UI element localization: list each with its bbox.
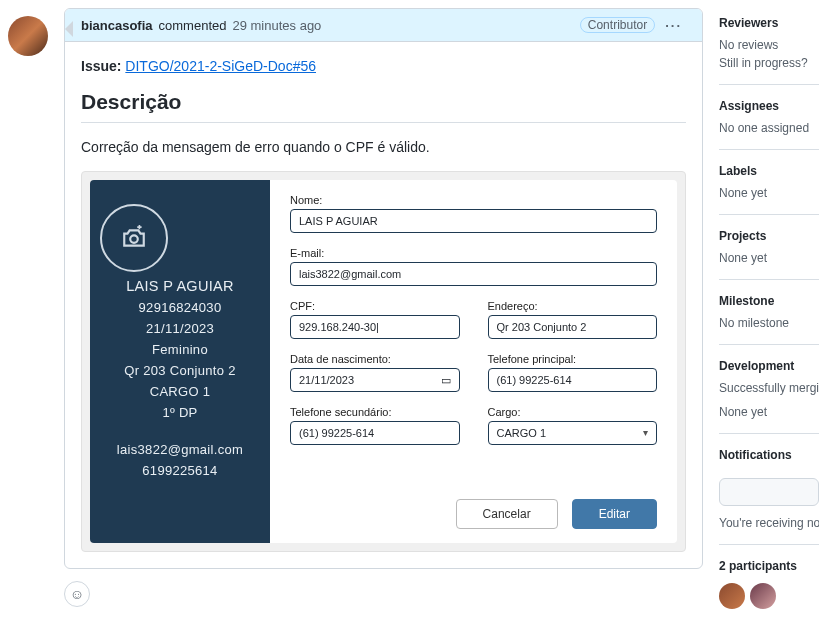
cpf-input[interactable]: 929.168.240-30| (290, 315, 460, 339)
calendar-icon[interactable]: ▭ (441, 374, 451, 387)
tel2-label: Telefone secundário: (290, 406, 460, 418)
development-title: Development (719, 359, 819, 373)
participants-section: 2 participants (719, 545, 819, 626)
nascimento-label: Data de nascimento: (290, 353, 460, 365)
tel2-input[interactable]: (61) 99225-614 (290, 421, 460, 445)
reviewers-title: Reviewers (719, 16, 819, 30)
svg-point-0 (130, 235, 138, 243)
assignees-title: Assignees (719, 99, 819, 113)
development-none: None yet (719, 405, 819, 419)
add-reaction-button[interactable]: ☺ (64, 581, 90, 607)
reviewers-text: No reviews (719, 38, 819, 52)
notifications-title: Notifications (719, 448, 819, 462)
reviewers-progress[interactable]: Still in progress? (719, 56, 819, 70)
issue-link[interactable]: DITGO/2021-2-SiGeD-Doc#56 (125, 58, 316, 74)
side-address: Qr 203 Conjunto 2 (100, 363, 260, 378)
smiley-icon: ☺ (70, 586, 84, 602)
add-photo-icon (100, 204, 168, 272)
comment-header: biancasofia commented 29 minutes ago Con… (65, 9, 702, 42)
projects-section[interactable]: Projects None yet (719, 215, 819, 280)
endereco-input[interactable]: Qr 203 Conjunto 2 (488, 315, 658, 339)
milestone-title: Milestone (719, 294, 819, 308)
side-gender: Feminino (100, 342, 260, 357)
tel1-input[interactable]: (61) 99225-614 (488, 368, 658, 392)
projects-title: Projects (719, 229, 819, 243)
cargo-select[interactable]: CARGO 1▾ (488, 421, 658, 445)
participant-avatar-2[interactable] (750, 583, 776, 609)
comment-action-text: commented (159, 18, 227, 33)
tel1-label: Telefone principal: (488, 353, 658, 365)
comment-author-link[interactable]: biancasofia (81, 18, 153, 33)
endereco-label: Endereço: (488, 300, 658, 312)
side-name: LAIS P AGUIAR (100, 278, 260, 294)
description-heading: Descrição (81, 90, 686, 123)
comment-timestamp[interactable]: 29 minutes ago (232, 18, 321, 33)
development-text: Successfully merging this pull request m… (719, 381, 819, 395)
reviewers-section[interactable]: Reviewers No reviews Still in progress? (719, 8, 819, 85)
side-date: 21/11/2023 (100, 321, 260, 336)
email-label: E-mail: (290, 247, 657, 259)
edit-button[interactable]: Editar (572, 499, 657, 529)
projects-text: None yet (719, 251, 819, 265)
nascimento-input[interactable]: 21/11/2023▭ (290, 368, 460, 392)
assignees-text: No one assigned (719, 121, 819, 135)
contributor-badge: Contributor (580, 17, 655, 33)
sidebar: Reviewers No reviews Still in progress? … (719, 8, 819, 626)
chevron-down-icon: ▾ (643, 427, 648, 438)
issue-label: Issue: (81, 58, 121, 74)
comment-body: Issue: DITGO/2021-2-SiGeD-Doc#56 Descriç… (65, 42, 702, 568)
form-side-panel: LAIS P AGUIAR 92916824030 21/11/2023 Fem… (90, 180, 270, 543)
development-section[interactable]: Development Successfully merging this pu… (719, 345, 819, 434)
labels-title: Labels (719, 164, 819, 178)
attached-screenshot[interactable]: LAIS P AGUIAR 92916824030 21/11/2023 Fem… (81, 171, 686, 552)
labels-text: None yet (719, 186, 819, 200)
comment-container: biancasofia commented 29 minutes ago Con… (64, 8, 703, 569)
form-main-panel: Nome: LAIS P AGUIAR E-mail: lais3822@gma… (270, 180, 677, 543)
labels-section[interactable]: Labels None yet (719, 150, 819, 215)
notifications-button[interactable] (719, 478, 819, 506)
comment-author-avatar[interactable] (8, 16, 48, 56)
side-phone: 6199225614 (100, 463, 260, 478)
cancel-button[interactable]: Cancelar (456, 499, 558, 529)
cargo-label: Cargo: (488, 406, 658, 418)
participants-title: 2 participants (719, 559, 819, 573)
assignees-section[interactable]: Assignees No one assigned (719, 85, 819, 150)
side-email: lais3822@gmail.com (100, 442, 260, 457)
participant-avatar-1[interactable] (719, 583, 745, 609)
milestone-text: No milestone (719, 316, 819, 330)
description-text: Correção da mensagem de erro quando o CP… (81, 139, 686, 155)
milestone-section[interactable]: Milestone No milestone (719, 280, 819, 345)
side-dp: 1º DP (100, 405, 260, 420)
side-cargo: CARGO 1 (100, 384, 260, 399)
cpf-label: CPF: (290, 300, 460, 312)
notifications-text: You're receiving notifications because y… (719, 516, 819, 530)
email-input[interactable]: lais3822@gmail.com (290, 262, 657, 286)
side-cpf: 92916824030 (100, 300, 260, 315)
nome-input[interactable]: LAIS P AGUIAR (290, 209, 657, 233)
nome-label: Nome: (290, 194, 657, 206)
kebab-menu-icon[interactable]: ··· (661, 18, 686, 33)
notifications-section: Notifications You're receiving notificat… (719, 434, 819, 545)
